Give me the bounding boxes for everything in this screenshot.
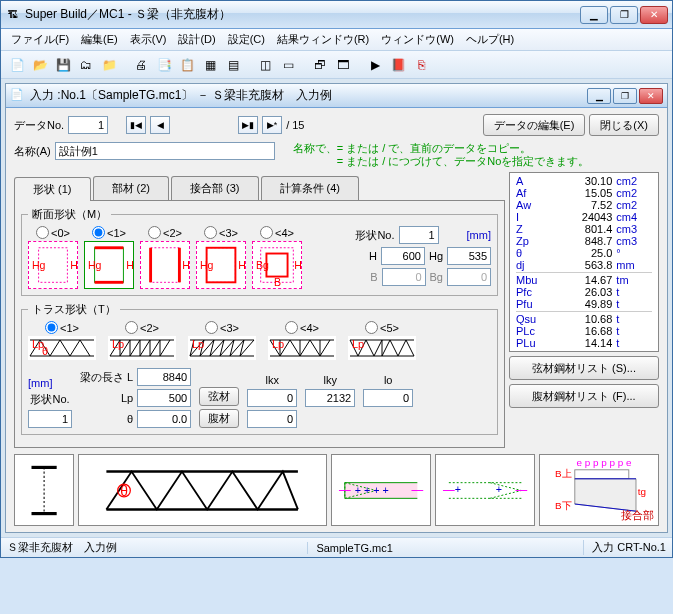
- menu-edit[interactable]: 編集(E): [75, 30, 124, 49]
- web-list-button[interactable]: 腹材鋼材リスト (F)...: [509, 384, 659, 408]
- copy-icon[interactable]: 📑: [154, 55, 174, 75]
- tile-icon[interactable]: 🗖: [333, 55, 353, 75]
- truss-shape-no-input[interactable]: [28, 410, 72, 428]
- sect-opt-4[interactable]: <4>: [260, 226, 294, 239]
- nav-last-button[interactable]: ▶*: [262, 116, 282, 134]
- diag-section: [14, 454, 74, 526]
- truss-opt-2[interactable]: <2>: [125, 321, 159, 334]
- truss-opt-1[interactable]: <1>: [45, 321, 79, 334]
- H-input[interactable]: [381, 247, 425, 265]
- menu-design[interactable]: 設計(D): [172, 30, 221, 49]
- grid-icon[interactable]: ▤: [223, 55, 243, 75]
- minimize-button[interactable]: ▁: [580, 6, 608, 24]
- lkx-label: lkx: [265, 374, 278, 386]
- svg-text:B: B: [274, 277, 281, 289]
- mdi-maximize-button[interactable]: ❐: [613, 88, 637, 104]
- Bg-input: [447, 268, 491, 286]
- L-input[interactable]: [137, 368, 191, 386]
- web-button[interactable]: 腹材: [199, 409, 239, 428]
- joint-label: 接合部: [621, 508, 654, 523]
- table-icon[interactable]: ▦: [200, 55, 220, 75]
- section-fieldset: 断面形状（M） <0>HgH <1>HgH <2>H <3>HgH <4>BgH…: [21, 207, 498, 296]
- svg-text:Hg: Hg: [88, 259, 102, 271]
- list-icon[interactable]: 📋: [177, 55, 197, 75]
- menu-file[interactable]: ファイル(F): [5, 30, 75, 49]
- data-nav-row: データNo. ▮◀ ◀ ▶▮ ▶* / 15 データの編集(E) 閉じる(X): [14, 114, 659, 136]
- tab-member[interactable]: 部材 (2): [93, 176, 170, 200]
- folder-icon[interactable]: 📁: [99, 55, 119, 75]
- svg-text:H: H: [70, 259, 77, 271]
- truss-fieldset: トラス形状（T） <1>Lpθ <2>Lp <3>Lp <4>Lp <5>Lp: [21, 302, 498, 435]
- Lp-input[interactable]: [137, 389, 191, 407]
- exit-icon[interactable]: ⎘: [411, 55, 431, 75]
- tab-shape[interactable]: 形状 (1): [14, 177, 91, 201]
- menu-result[interactable]: 結果ウィンドウ(R): [271, 30, 375, 49]
- sect-opt-1[interactable]: <1>: [92, 226, 126, 239]
- truss-shape-no-label: 形状No.: [28, 392, 72, 407]
- help-icon[interactable]: 📕: [388, 55, 408, 75]
- print-icon[interactable]: 🖨: [131, 55, 151, 75]
- app-icon: 🏗: [5, 7, 21, 23]
- tab-calc[interactable]: 計算条件 (4): [261, 176, 360, 200]
- lkx-input[interactable]: [247, 389, 297, 407]
- info-table: A30.10cm2Af15.05cm2Aw7.52cm2I24043cm4Z80…: [509, 172, 659, 352]
- close-panel-button[interactable]: 閉じる(X): [589, 114, 659, 136]
- lo-input[interactable]: [363, 389, 413, 407]
- sect-opt-3[interactable]: <3>: [204, 226, 238, 239]
- sect-opt-2[interactable]: <2>: [148, 226, 182, 239]
- client-area: 📄 入力 :No.1〔SampleTG.mc1〕 － Ｓ梁非充腹材 入力例 ▁ …: [1, 79, 672, 537]
- mdi-minimize-button[interactable]: ▁: [587, 88, 611, 104]
- close-button[interactable]: ✕: [640, 6, 668, 24]
- section-legend: 断面形状（M）: [28, 207, 111, 222]
- svg-text:Hg: Hg: [200, 259, 214, 271]
- menu-settings[interactable]: 設定(C): [222, 30, 271, 49]
- data-no-label: データNo.: [14, 118, 64, 133]
- truss-img-2: Lp: [108, 336, 176, 360]
- mdi-doc-icon: 📄: [10, 88, 26, 104]
- cascade-icon[interactable]: 🗗: [310, 55, 330, 75]
- view1-icon[interactable]: ◫: [255, 55, 275, 75]
- hint-line2: = または / につづけて、データNoを指定できます。: [293, 155, 590, 168]
- truss-opt-5[interactable]: <5>: [365, 321, 399, 334]
- truss-img-5: Lp: [348, 336, 416, 360]
- nav-prev-button[interactable]: ◀: [150, 116, 170, 134]
- chord-list-button[interactable]: 弦材鋼材リスト (S)...: [509, 356, 659, 380]
- theta-input[interactable]: [137, 410, 191, 428]
- mdi-body: データNo. ▮◀ ◀ ▶▮ ▶* / 15 データの編集(E) 閉じる(X) …: [6, 108, 667, 532]
- truss-opt-4[interactable]: <4>: [285, 321, 319, 334]
- tab-joint[interactable]: 接合部 (3): [171, 176, 259, 200]
- svg-text:θ: θ: [121, 482, 129, 498]
- name-input[interactable]: [55, 142, 275, 160]
- save-icon[interactable]: 💾: [53, 55, 73, 75]
- truss-img-1: Lpθ: [28, 336, 96, 360]
- tabs: 形状 (1) 部材 (2) 接合部 (3) 計算条件 (4): [14, 176, 505, 200]
- svg-text:e p p p p p e: e p p p p p e: [577, 459, 632, 468]
- truss-opt-3[interactable]: <3>: [205, 321, 239, 334]
- edit-data-button[interactable]: データの編集(E): [483, 114, 586, 136]
- nav-next-button[interactable]: ▶▮: [238, 116, 258, 134]
- view2-icon[interactable]: ▭: [278, 55, 298, 75]
- shape-no-input[interactable]: [399, 226, 439, 244]
- lky-input[interactable]: [305, 389, 355, 407]
- svg-text:H: H: [126, 259, 133, 271]
- window-title: Super Build／MC1 - Ｓ梁（非充腹材）: [25, 6, 580, 23]
- sect-opt-0[interactable]: <0>: [36, 226, 70, 239]
- svg-text:+ + + +: + + + +: [355, 484, 389, 496]
- nav-first-button[interactable]: ▮◀: [126, 116, 146, 134]
- menu-view[interactable]: 表示(V): [124, 30, 173, 49]
- data-no-input[interactable]: [68, 116, 108, 134]
- save-as-icon[interactable]: 🗂: [76, 55, 96, 75]
- mdi-close-button[interactable]: ✕: [639, 88, 663, 104]
- run-icon[interactable]: ▶: [365, 55, 385, 75]
- svg-text:Lp: Lp: [352, 338, 364, 350]
- lkx-input-2[interactable]: [247, 410, 297, 428]
- maximize-button[interactable]: ❐: [610, 6, 638, 24]
- chord-button[interactable]: 弦材: [199, 387, 239, 406]
- svg-text:Lp: Lp: [112, 338, 124, 350]
- mdi-window: 📄 入力 :No.1〔SampleTG.mc1〕 － Ｓ梁非充腹材 入力例 ▁ …: [5, 83, 668, 533]
- new-icon[interactable]: 📄: [7, 55, 27, 75]
- menu-help[interactable]: ヘルプ(H): [460, 30, 520, 49]
- menu-window[interactable]: ウィンドウ(W): [375, 30, 460, 49]
- Hg-input[interactable]: [447, 247, 491, 265]
- open-icon[interactable]: 📂: [30, 55, 50, 75]
